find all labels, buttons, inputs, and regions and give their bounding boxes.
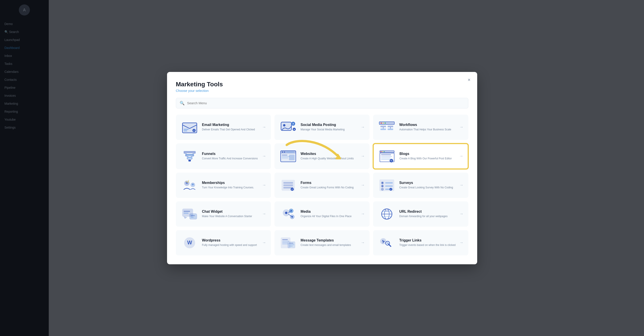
media-name: Media: [300, 210, 357, 214]
tool-card-websites[interactable]: WebsitesCreate A High Quality Website Wi…: [274, 143, 370, 169]
tool-card-workflows[interactable]: WorkflowsAutomation That Helps Your Busi…: [373, 115, 468, 140]
svg-text:W: W: [187, 240, 192, 246]
chat-widget-icon: [181, 206, 198, 222]
trigger-links-name: Trigger Links: [399, 238, 456, 242]
svg-point-62: [382, 182, 383, 183]
memberships-arrow[interactable]: →: [262, 183, 266, 187]
svg-point-42: [384, 151, 385, 152]
social-media-arrow[interactable]: →: [361, 125, 365, 129]
svg-rect-56: [283, 184, 293, 186]
chat-widget-desc: Make Your Website A Conversation Starter: [202, 215, 258, 218]
message-templates-icon: [279, 235, 297, 251]
tool-card-forms[interactable]: ✓ FormsCreate Great Looking Forms With N…: [274, 173, 370, 198]
svg-rect-34: [282, 154, 287, 155]
email-marketing-name: Email Marketing: [202, 123, 258, 127]
forms-arrow[interactable]: →: [361, 183, 365, 187]
wordpress-info: WordpressFully managed hosting with spee…: [202, 238, 258, 247]
chat-widget-name: Chat Widget: [202, 210, 258, 214]
svg-rect-66: [385, 182, 393, 183]
svg-rect-93: [282, 239, 288, 240]
chat-widget-arrow[interactable]: →: [262, 212, 266, 216]
search-input[interactable]: [187, 101, 464, 105]
memberships-info: MembershipsTurn Your Knowledge Into Trai…: [202, 181, 258, 189]
funnels-name: Funnels: [202, 152, 258, 156]
websites-desc: Create A High Quality Website Without Li…: [300, 157, 357, 160]
svg-rect-18: [380, 125, 386, 127]
message-templates-arrow[interactable]: →: [361, 240, 365, 245]
wordpress-name: Wordpress: [202, 238, 258, 242]
svg-rect-45: [381, 156, 392, 157]
svg-point-16: [382, 122, 384, 123]
trigger-links-arrow[interactable]: →: [460, 240, 464, 245]
tool-card-memberships[interactable]: MembershipsTurn Your Knowledge Into Trai…: [176, 173, 271, 198]
svg-point-15: [380, 122, 382, 123]
svg-rect-55: [283, 182, 293, 184]
svg-text:✓: ✓: [291, 188, 293, 190]
tools-grid: ✓ Email MarketingDeliver Emails That Get…: [176, 115, 468, 255]
forms-icon: ✓: [279, 178, 297, 193]
trigger-links-icon: [378, 235, 396, 251]
svg-rect-27: [188, 159, 191, 161]
svg-rect-44: [381, 154, 391, 155]
chat-widget-info: Chat WidgetMake Your Website A Conversat…: [202, 210, 258, 218]
svg-point-103: [386, 242, 388, 244]
media-arrow[interactable]: →: [361, 212, 365, 216]
trigger-links-info: Trigger LinksTrigger events based on whe…: [399, 238, 456, 247]
svg-rect-24: [184, 151, 196, 153]
blogs-arrow[interactable]: →: [459, 154, 463, 158]
marketing-tools-modal: × Marketing Tools Choose your selection …: [167, 72, 477, 264]
blogs-name: Blogs: [400, 152, 456, 156]
tool-card-chat-widget[interactable]: Chat WidgetMake Your Website A Conversat…: [176, 201, 271, 227]
social-media-desc: Manage Your Social Media Marketing: [300, 128, 357, 131]
svg-point-17: [384, 122, 386, 123]
modal-title: Marketing Tools: [176, 81, 468, 88]
tool-card-trigger-links[interactable]: Trigger LinksTrigger events based on whe…: [373, 230, 468, 255]
surveys-desc: Create Great Looking Survey With No Codi…: [399, 186, 456, 189]
tool-card-media[interactable]: MediaOrganize All Your Digital Files In …: [274, 201, 370, 227]
funnels-icon: [181, 149, 198, 164]
svg-rect-100: [289, 246, 292, 246]
url-redirect-name: URL Redirect: [399, 210, 456, 214]
media-desc: Organize All Your Digital Files In One P…: [300, 215, 357, 218]
tool-card-wordpress[interactable]: W WordpressFully managed hosting with sp…: [176, 230, 271, 255]
media-icon: [279, 206, 297, 222]
search-icon: 🔍: [180, 101, 184, 106]
tool-card-surveys[interactable]: ✓ SurveysCreate Great Looking Survey Wit…: [373, 173, 468, 198]
tool-card-funnels[interactable]: FunnelsConvert More Traffic And Increase…: [176, 143, 271, 169]
social-media-icon: # ♥: [279, 119, 297, 135]
svg-rect-26: [187, 156, 192, 158]
svg-rect-72: [184, 211, 190, 212]
svg-point-64: [382, 185, 383, 186]
websites-arrow[interactable]: →: [361, 154, 365, 158]
funnels-arrow[interactable]: →: [262, 154, 266, 158]
email-marketing-arrow[interactable]: →: [262, 125, 266, 129]
svg-text:♥: ♥: [294, 128, 295, 130]
workflows-arrow[interactable]: →: [460, 125, 464, 129]
svg-point-8: [283, 124, 285, 126]
blogs-info: BlogsCreate A Blog With Our Powerful Pos…: [400, 152, 456, 160]
wordpress-arrow[interactable]: →: [262, 240, 266, 245]
tool-card-email-marketing[interactable]: ✓ Email MarketingDeliver Emails That Get…: [176, 115, 271, 140]
funnels-info: FunnelsConvert More Traffic And Increase…: [202, 152, 258, 160]
svg-rect-46: [381, 158, 390, 158]
tool-card-social-media[interactable]: # ♥ Social Media PostingManage Your Soci…: [274, 115, 370, 140]
svg-point-81: [291, 216, 293, 218]
tool-card-url-redirect[interactable]: www URL RedirectDomain forwarding for al…: [373, 201, 468, 227]
modal-overlay: × Marketing Tools Choose your selection …: [0, 0, 644, 336]
svg-rect-3: [184, 130, 187, 131]
memberships-desc: Turn Your Knowledge Into Training Course…: [202, 186, 258, 189]
close-button[interactable]: ×: [466, 76, 473, 83]
tool-card-message-templates[interactable]: Message TemplatesCreate text messages an…: [274, 230, 370, 255]
wordpress-desc: Fully managed hosting with speed and sup…: [202, 243, 258, 247]
search-bar[interactable]: 🔍: [176, 98, 468, 108]
modal-subtitle: Choose your selection: [176, 89, 468, 92]
wordpress-icon: W: [181, 235, 198, 251]
media-info: MediaOrganize All Your Digital Files In …: [300, 210, 357, 218]
svg-rect-33: [286, 151, 294, 152]
trigger-links-desc: Trigger events based on when the link is…: [399, 243, 456, 247]
tool-card-blogs[interactable]: ✎ BlogsCreate A Blog With Our Powerful P…: [373, 143, 468, 169]
url-redirect-arrow[interactable]: →: [460, 212, 464, 216]
surveys-arrow[interactable]: →: [460, 183, 464, 187]
message-templates-desc: Create text messages and email templates: [300, 243, 357, 247]
url-redirect-icon: www: [378, 206, 396, 222]
